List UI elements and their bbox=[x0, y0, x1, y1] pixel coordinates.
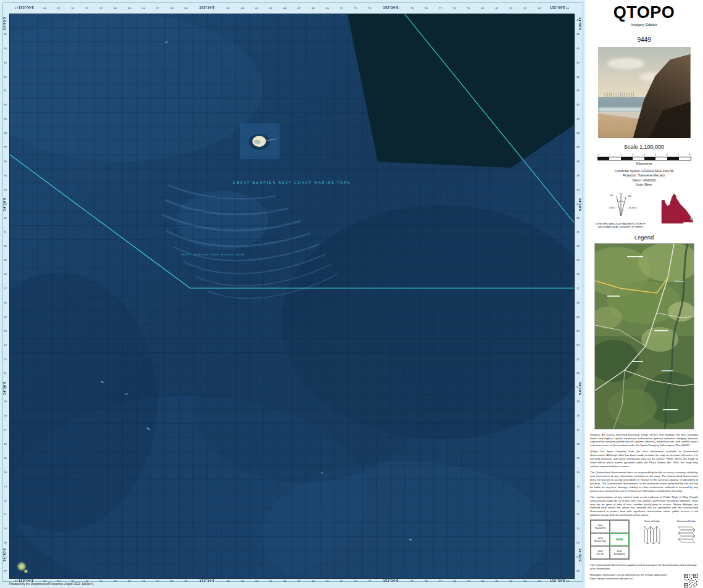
grid-number: 86 bbox=[566, 580, 569, 582]
grid-number: 74 bbox=[396, 7, 399, 10]
disclaimer-notes: Imagery: An access restricted basemap im… bbox=[590, 433, 698, 518]
grid-number: 31 bbox=[4, 231, 7, 233]
magnetic-mils: 119 MILS bbox=[627, 207, 637, 209]
grid-number: 56 bbox=[142, 7, 145, 10]
photo-skyline bbox=[604, 93, 635, 97]
scale-tick: 7 bbox=[678, 153, 679, 156]
grid-number: 69 bbox=[326, 580, 329, 582]
grid-number: 40 bbox=[576, 104, 580, 106]
grid-number: 77 bbox=[439, 580, 442, 582]
grid-number: 42 bbox=[576, 76, 580, 78]
grid-number: 25 bbox=[4, 316, 7, 318]
grid-number: 22 bbox=[4, 358, 7, 361]
marine-park-label: GREAT BARRIER REEF COAST MARINE PARK bbox=[233, 181, 351, 184]
grid-number: 43 bbox=[4, 62, 7, 64]
scale-bar-segment bbox=[655, 157, 667, 160]
grid-number: 64 bbox=[255, 7, 258, 10]
grid-number: 41 bbox=[576, 89, 580, 92]
magnetic-north-label: MN bbox=[628, 195, 631, 197]
horizontal-folds-diagram bbox=[676, 523, 697, 548]
grid-number: 41 bbox=[4, 89, 7, 92]
grid-number: 51 bbox=[72, 7, 75, 10]
adjoining-sheets-diagram: 9350Round Hill9349Miriam Vale94499348Gin… bbox=[590, 520, 630, 560]
grid-number: 77 bbox=[439, 7, 442, 10]
graticule-label: 152°20'E bbox=[383, 6, 399, 9]
scale-tick: 6 bbox=[666, 153, 667, 156]
grid-number: 19 bbox=[576, 400, 580, 403]
declination-block: GN MN 2 MILS 119 MILS UTM GRID AND 2023 … bbox=[590, 193, 698, 229]
graticule-label: 152°10'E bbox=[199, 579, 215, 582]
grid-number: 61 bbox=[213, 7, 216, 10]
grid-number: 22 bbox=[576, 358, 580, 361]
grid-number: 62 bbox=[227, 7, 230, 10]
grid-number: 29 bbox=[576, 259, 580, 262]
grid-number: 81 bbox=[496, 7, 499, 10]
grid-number: 54 bbox=[114, 7, 117, 10]
sheet-index-row: 9350Round Hill9349Miriam Vale94499348Gin… bbox=[590, 520, 698, 560]
page-title: QTOPO bbox=[590, 3, 698, 22]
map-sheet: GREAT BARRIER REEF COAST MARINE PARK GRE… bbox=[0, 0, 585, 588]
map-canvas: GREAT BARRIER REEF COAST MARINE PARK GRE… bbox=[9, 14, 575, 579]
adjoining-sheet-cell: 9449 bbox=[610, 533, 629, 546]
horizontal-folds: Horizontal Folds bbox=[675, 520, 698, 550]
grid-number: 11 bbox=[4, 513, 7, 516]
scale-tick: 0 bbox=[598, 153, 599, 156]
grid-number: 17 bbox=[4, 429, 7, 431]
grid-number: 36 bbox=[576, 160, 580, 163]
grid-number: 67 bbox=[297, 580, 301, 582]
grid-number: 73 bbox=[382, 580, 385, 582]
grid-number: 08 bbox=[576, 556, 580, 558]
grid-number: 20 bbox=[4, 386, 7, 389]
graticule-label: 24°20'S bbox=[3, 381, 6, 395]
grid-number: 33 bbox=[4, 203, 7, 205]
grid-number: 15 bbox=[576, 457, 580, 460]
grid-number: 32 bbox=[576, 217, 580, 220]
grid-number: 20 bbox=[576, 386, 580, 389]
grid-number: 83 bbox=[523, 580, 526, 582]
grid-number: 52 bbox=[85, 7, 88, 10]
scale-bar-ticks: 012345678 bbox=[598, 153, 691, 156]
grid-number: 44 bbox=[4, 48, 7, 50]
grid-north-label: GN bbox=[609, 194, 613, 197]
sheet-number: 9449 bbox=[590, 36, 698, 43]
grid-number: 72 bbox=[368, 7, 371, 10]
grid-number: 66 bbox=[283, 7, 286, 10]
grid-number: 26 bbox=[4, 302, 7, 304]
grid-number: 23 bbox=[4, 344, 7, 347]
grid-number: 40 bbox=[4, 104, 7, 106]
grid-number: 21 bbox=[576, 372, 580, 375]
grid-number: 31 bbox=[576, 231, 580, 233]
grid-number: 62 bbox=[227, 580, 230, 582]
grid-number: 34 bbox=[576, 189, 580, 191]
grid-number: 42 bbox=[4, 76, 7, 78]
grid-number: 67 bbox=[297, 7, 301, 10]
grid-number: 60 bbox=[199, 7, 202, 10]
scale-bar-segment bbox=[667, 157, 679, 160]
units: Units: Metre bbox=[590, 183, 698, 187]
grid-number: 45 bbox=[576, 33, 580, 36]
grid-number: 08 bbox=[4, 556, 7, 558]
grid-labels-bottom: 4748495051525354555657585960616263646566… bbox=[9, 580, 575, 586]
grid-number: 64 bbox=[255, 580, 258, 582]
legend-image bbox=[594, 243, 694, 429]
grid-number: 86 bbox=[566, 7, 569, 10]
metadata-url: https://qtopo.information.qld.gov.au/ bbox=[590, 577, 633, 580]
grid-number: 63 bbox=[241, 7, 244, 10]
grid-number: 45 bbox=[4, 33, 7, 36]
grid-number: 59 bbox=[185, 7, 188, 10]
grid-number: 79 bbox=[467, 580, 470, 582]
sheet-location-marker bbox=[691, 218, 693, 220]
grid-number: 07 bbox=[4, 570, 7, 573]
graticule-label: 152°10'E bbox=[199, 6, 215, 9]
grid-number: 39 bbox=[576, 118, 580, 120]
graticule-label: 24°10'S bbox=[578, 197, 581, 212]
grid-number: 26 bbox=[576, 302, 580, 304]
grid-number: 78 bbox=[453, 580, 456, 582]
island bbox=[240, 123, 280, 159]
grid-number: 48 bbox=[29, 7, 32, 10]
dissemination-note: The Queensland Government supports and e… bbox=[590, 563, 698, 571]
grid-number: 79 bbox=[467, 7, 470, 10]
grid-number: 76 bbox=[425, 7, 428, 10]
grid-number: 23 bbox=[576, 344, 580, 347]
grid-number: 81 bbox=[496, 580, 499, 582]
